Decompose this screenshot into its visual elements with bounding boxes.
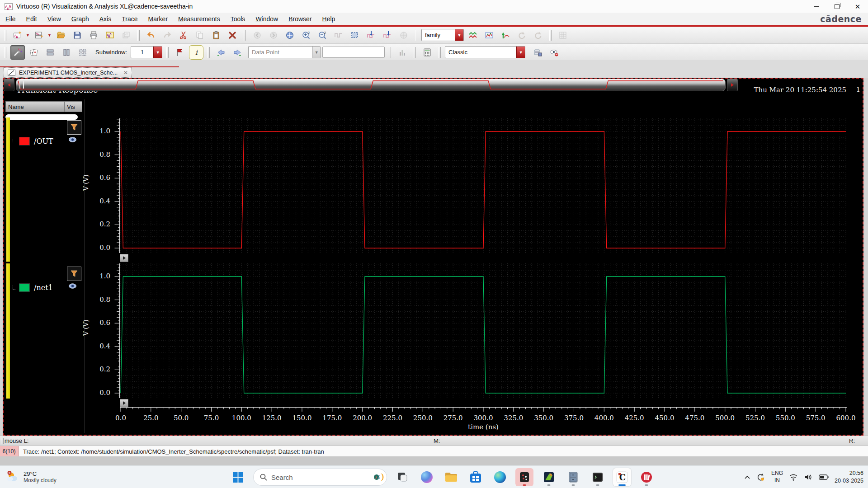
toolbar-grip[interactable] — [439, 47, 441, 58]
toolbar-grip[interactable] — [137, 30, 140, 41]
toolbar-grip[interactable] — [549, 30, 552, 41]
zoom-in-2x-button[interactable]: 2 — [299, 28, 313, 42]
column-header-vis[interactable]: Vis — [64, 101, 82, 112]
back-button[interactable] — [214, 45, 228, 60]
trace-group-bar-2[interactable] — [6, 263, 10, 399]
toolbar-grip[interactable] — [166, 47, 169, 58]
hide-eye-button[interactable] — [547, 45, 561, 60]
microsoft-store-button[interactable] — [467, 468, 485, 486]
remote-viewer-button[interactable] — [515, 468, 533, 486]
menu-view[interactable]: View — [47, 15, 61, 23]
task-view-button[interactable] — [393, 468, 411, 486]
language-indicator[interactable]: ENG IN — [771, 470, 783, 484]
edge-button[interactable] — [491, 468, 509, 486]
menu-browser[interactable]: Browser — [288, 15, 311, 23]
style-dropdown-icon[interactable]: ▼ — [516, 47, 525, 58]
data-point-combo[interactable]: Data Point ▼ — [248, 46, 321, 58]
column-header-name[interactable]: Name — [5, 101, 64, 112]
layout-rows-button[interactable] — [43, 45, 57, 60]
menu-tools[interactable]: Tools — [231, 15, 245, 23]
snapshot-button[interactable] — [119, 28, 133, 42]
tab-close-icon[interactable]: ✕ — [123, 70, 128, 76]
menu-file[interactable]: File — [5, 15, 16, 23]
signal-filter-box[interactable] — [5, 114, 78, 120]
data-point-dropdown-icon[interactable]: ▼ — [312, 47, 320, 58]
x-scrollbar[interactable] — [4, 79, 738, 91]
paste-button[interactable] — [209, 28, 223, 42]
menu-axis[interactable]: Axis — [99, 15, 111, 23]
signal-swatch[interactable] — [19, 283, 30, 292]
signal-row[interactable]: /OUT — [13, 136, 53, 146]
new-window-dropdown[interactable]: ▼ — [25, 29, 30, 42]
scroll-right-button[interactable] — [727, 79, 738, 91]
filter-funnel-button[interactable] — [67, 120, 81, 135]
toolbar-grip[interactable] — [4, 30, 6, 41]
subwindow-dropdown-icon[interactable]: ▼ — [153, 47, 162, 58]
menu-help[interactable]: Help — [322, 15, 335, 23]
new-window-button[interactable] — [10, 28, 25, 42]
graph-tab[interactable]: EXPERIMENT1 CMOS_Inerter_Sche... ✕ — [4, 67, 132, 78]
pulse-button[interactable] — [331, 28, 346, 42]
up-chart-button[interactable] — [498, 28, 513, 42]
signal-swatch[interactable] — [19, 137, 30, 145]
signal-row[interactable]: /net1 — [13, 282, 53, 293]
layout-cols-button[interactable] — [59, 45, 74, 60]
strip-expand-button[interactable] — [120, 254, 128, 262]
refresh-all-button[interactable] — [531, 28, 545, 42]
toolbar-grip[interactable] — [389, 47, 391, 58]
toolbar-grip[interactable] — [414, 47, 416, 58]
battery-icon[interactable] — [819, 474, 829, 480]
radar-button[interactable] — [396, 28, 411, 42]
menu-measurements[interactable]: Measurements — [178, 15, 220, 23]
zoom-box-button[interactable] — [348, 28, 362, 42]
cut-button[interactable] — [176, 28, 191, 42]
wifi-icon[interactable] — [789, 474, 798, 481]
undo-button[interactable] — [144, 28, 158, 42]
new-subwindow-button[interactable] — [32, 28, 47, 42]
menu-trace[interactable]: Trace — [122, 15, 137, 23]
volume-icon[interactable] — [804, 474, 813, 481]
forward-button[interactable] — [230, 45, 245, 60]
next-view-button[interactable] — [266, 28, 281, 42]
menu-window[interactable]: Window — [255, 15, 278, 23]
signal-name[interactable]: /OUT — [34, 137, 53, 145]
table-button[interactable] — [556, 28, 570, 42]
scroll-left-button[interactable] — [4, 79, 14, 91]
toolbar-grip[interactable] — [244, 30, 246, 41]
family-dropdown-icon[interactable]: ▼ — [455, 29, 463, 41]
menu-marker[interactable]: Marker — [148, 15, 168, 23]
close-button[interactable]: ✕ — [847, 0, 868, 13]
visibility-toggle[interactable] — [68, 136, 77, 143]
new-subwindow-dropdown[interactable]: ▼ — [47, 29, 52, 42]
search-box[interactable]: Search — [253, 469, 387, 486]
export-image-button[interactable] — [103, 28, 117, 42]
family-combo[interactable]: family ▼ — [421, 29, 464, 41]
histogram-button[interactable] — [395, 45, 410, 60]
scrollbar-thumb[interactable] — [16, 79, 726, 91]
plot-out[interactable] — [120, 118, 847, 253]
wand-button[interactable] — [10, 45, 25, 60]
zoom-in-y-button[interactable] — [380, 28, 395, 42]
strip-chart-button[interactable] — [466, 28, 480, 42]
terminal-button[interactable] — [589, 468, 607, 486]
minimize-button[interactable] — [806, 0, 826, 13]
save-labels-button[interactable] — [531, 45, 545, 60]
plot-net1[interactable] — [120, 263, 847, 398]
cards-button[interactable] — [27, 45, 41, 60]
zoom-fit-button[interactable] — [283, 28, 297, 42]
copy-button[interactable] — [193, 28, 207, 42]
toolbar-grip[interactable] — [4, 47, 6, 58]
cadence-app-button[interactable]: C — [613, 468, 631, 486]
delete-button[interactable] — [225, 28, 240, 42]
maximize-button[interactable] — [826, 0, 847, 13]
trace-group-bar-1[interactable] — [6, 117, 10, 262]
file-cabinet-button[interactable] — [564, 468, 582, 486]
style-combo[interactable]: Classic ▼ — [445, 46, 525, 58]
start-button[interactable] — [229, 468, 247, 486]
clock-widget[interactable]: 20:56 20-03-2025 — [835, 469, 863, 485]
open-button[interactable] — [54, 28, 68, 42]
redo-button[interactable] — [160, 28, 175, 42]
toolbar-grip[interactable] — [208, 47, 210, 58]
search-highlight-icon[interactable] — [371, 470, 385, 484]
signal-name[interactable]: /net1 — [34, 283, 53, 292]
